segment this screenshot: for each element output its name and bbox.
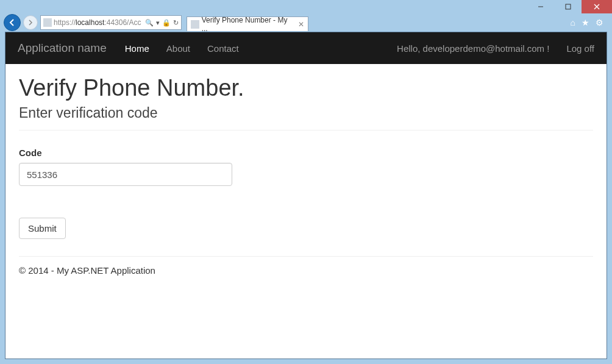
- nav-home[interactable]: Home: [125, 43, 149, 54]
- app-navbar: Application name Home About Contact Hell…: [5, 32, 607, 64]
- settings-gear-icon[interactable]: ⚙: [596, 18, 603, 27]
- refresh-icon[interactable]: ↻: [173, 19, 179, 27]
- page-title: Verify Phone Number.: [19, 75, 593, 101]
- maximize-button[interactable]: [554, 0, 582, 13]
- back-button[interactable]: [4, 14, 21, 31]
- code-group: Code: [19, 148, 593, 186]
- lock-icon: 🔒: [162, 19, 171, 27]
- browser-tools: ⌂ ★ ⚙: [571, 18, 608, 27]
- forward-button[interactable]: [23, 15, 38, 30]
- footer-text: © 2014 - My ASP.NET Application: [19, 265, 593, 276]
- browser-tab[interactable]: Verify Phone Number - My ... ✕: [187, 16, 308, 31]
- brand-link[interactable]: Application name: [18, 41, 107, 55]
- tab-favicon-icon: [191, 20, 199, 29]
- nav-logoff[interactable]: Log off: [566, 43, 594, 54]
- nav-about[interactable]: About: [166, 43, 190, 54]
- page-subtitle: Enter verification code: [19, 105, 593, 121]
- browser-chrome: https://localhost:44306/Acc 🔍 ▾ 🔒 ↻ Veri…: [0, 13, 612, 32]
- page-body: Verify Phone Number. Enter verification …: [5, 64, 607, 287]
- close-button[interactable]: [582, 0, 612, 13]
- search-icon[interactable]: 🔍: [145, 19, 154, 27]
- code-input[interactable]: [19, 163, 232, 186]
- favicon-icon: [43, 18, 52, 27]
- tab-strip: Verify Phone Number - My ... ✕: [187, 14, 308, 31]
- tab-close-icon[interactable]: ✕: [298, 20, 304, 29]
- footer-divider: [19, 256, 593, 257]
- svg-rect-1: [566, 4, 571, 9]
- url-text: https://localhost:44306/Acc: [54, 18, 143, 27]
- submit-button[interactable]: Submit: [19, 218, 66, 239]
- nav-greeting[interactable]: Hello, developerdemo@hotmail.com !: [397, 43, 549, 54]
- minimize-button[interactable]: [527, 0, 554, 13]
- window-titlebar: [0, 0, 612, 13]
- code-label: Code: [19, 148, 593, 158]
- nav-contact[interactable]: Contact: [207, 43, 239, 54]
- home-icon[interactable]: ⌂: [571, 18, 575, 27]
- tab-title: Verify Phone Number - My ...: [202, 16, 293, 33]
- favorites-icon[interactable]: ★: [582, 18, 589, 27]
- dropdown-icon[interactable]: ▾: [156, 19, 160, 27]
- address-bar[interactable]: https://localhost:44306/Acc 🔍 ▾ 🔒 ↻: [40, 15, 182, 30]
- browser-viewport: Application name Home About Contact Hell…: [5, 32, 607, 359]
- divider: [19, 130, 593, 130]
